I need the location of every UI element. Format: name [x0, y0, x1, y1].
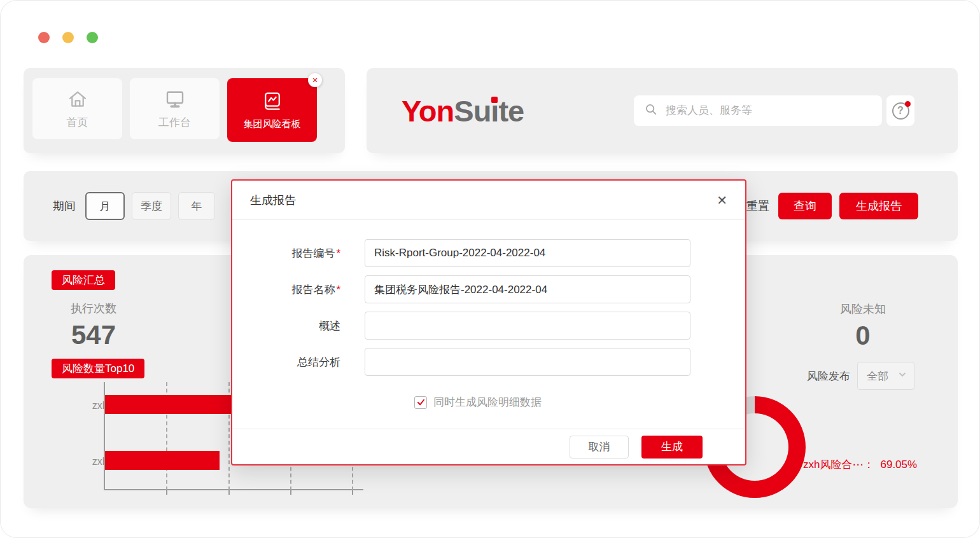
question-circle-icon: ? — [892, 102, 909, 120]
tab-close-icon[interactable]: ✕ — [308, 73, 322, 87]
donut-segment-value: 69.05% — [880, 459, 917, 471]
search-icon — [644, 102, 658, 119]
risk-top10-badge: 风险数量Top10 — [52, 359, 144, 378]
callout-leader-line — [790, 464, 801, 466]
bar-series-2 — [105, 451, 220, 470]
window-minimize-dot[interactable] — [62, 32, 74, 43]
tab-workbench-label: 工作台 — [158, 115, 191, 130]
risk-publish-selected-value: 全部 — [867, 369, 888, 383]
generate-report-dialog: 生成报告 ✕ 报告编号* 报告名称* 概述 总结分析 — [231, 179, 746, 466]
donut-segment-label: zxh风险合⋯： — [803, 457, 874, 472]
chevron-down-icon — [897, 369, 907, 382]
period-label: 期间 — [53, 198, 76, 214]
logo-part-te: te — [498, 93, 524, 128]
tab-workbench[interactable]: 工作台 — [130, 78, 220, 139]
logo-part-su: Su — [454, 93, 491, 128]
form-row-report-no: 报告编号* — [250, 239, 745, 267]
execution-count-stat: 执行次数 547 — [43, 301, 144, 350]
risk-unknown-label: 风险未知 — [812, 301, 914, 317]
execution-count-value: 547 — [43, 320, 144, 350]
execution-count-label: 执行次数 — [43, 301, 144, 316]
report-no-input[interactable] — [365, 239, 690, 267]
summary-analysis-label: 总结分析 — [250, 355, 340, 369]
overview-label: 概述 — [250, 319, 340, 333]
period-option-month[interactable]: 月 — [85, 192, 125, 220]
x-axis-tick — [290, 490, 291, 495]
x-axis-tick — [228, 490, 230, 495]
query-button[interactable]: 查询 — [778, 193, 832, 219]
tab-home-label: 首页 — [67, 115, 88, 130]
header-card: YonSuite ? — [367, 68, 958, 153]
nav-tabs-card: 首页 工作台 ✕ 集团风险看板 — [24, 68, 345, 153]
report-name-label: 报告名称* — [250, 282, 340, 297]
monitor-icon — [164, 88, 186, 111]
tab-home[interactable]: 首页 — [32, 78, 122, 139]
overview-input[interactable] — [365, 312, 690, 340]
tab-group-risk-dashboard[interactable]: ✕ 集团风险看板 — [227, 78, 317, 142]
tab-dashboard-label: 集团风险看板 — [244, 118, 301, 130]
risk-publish-label: 风险发布 — [807, 369, 850, 383]
required-mark: * — [336, 247, 340, 259]
form-row-report-name: 报告名称* — [250, 275, 745, 303]
reset-button[interactable]: 重置 — [746, 198, 769, 214]
report-name-input[interactable] — [365, 275, 690, 303]
risk-unknown-stat: 风险未知 0 — [812, 301, 914, 351]
x-axis-tick — [166, 490, 167, 495]
donut-callout: zxh风险合⋯： 69.05% — [790, 457, 917, 472]
submit-generate-button[interactable]: 生成 — [641, 436, 703, 459]
help-button[interactable]: ? — [886, 95, 914, 126]
generate-detail-checkbox-row[interactable]: 同时生成风险明细数据 — [414, 395, 745, 410]
x-axis-tick — [352, 490, 353, 495]
risk-unknown-value: 0 — [812, 321, 914, 351]
home-icon — [66, 88, 89, 111]
summary-analysis-input[interactable] — [365, 348, 690, 376]
global-search[interactable] — [634, 95, 882, 126]
form-row-overview: 概述 — [250, 312, 745, 340]
period-option-year[interactable]: 年 — [178, 192, 215, 220]
cancel-button[interactable]: 取消 — [570, 436, 629, 459]
logo-part-yon: Yon — [402, 93, 454, 128]
logo-part-i-red-dot: i — [491, 93, 498, 128]
report-no-label: 报告编号* — [250, 246, 340, 261]
risk-publish-select[interactable]: 全部 — [857, 362, 914, 390]
checkbox-label: 同时生成风险明细数据 — [433, 395, 542, 410]
risk-summary-badge: 风险汇总 — [52, 270, 115, 290]
yonsuite-logo: YonSuite — [402, 68, 524, 153]
required-mark: * — [336, 284, 340, 296]
window-close-dot[interactable] — [38, 32, 50, 43]
dialog-title: 生成报告 — [250, 193, 296, 208]
app-window: 首页 工作台 ✕ 集团风险看板 YonSuite — [0, 0, 980, 538]
generate-report-button[interactable]: 生成报告 — [839, 193, 918, 219]
window-maximize-dot[interactable] — [87, 32, 98, 43]
form-row-summary: 总结分析 — [250, 348, 745, 376]
search-input[interactable] — [666, 104, 872, 117]
dialog-close-icon[interactable]: ✕ — [717, 194, 727, 207]
book-chart-icon — [260, 90, 284, 114]
checkbox-checked-icon[interactable] — [414, 396, 427, 409]
period-option-quarter[interactable]: 季度 — [132, 192, 171, 220]
